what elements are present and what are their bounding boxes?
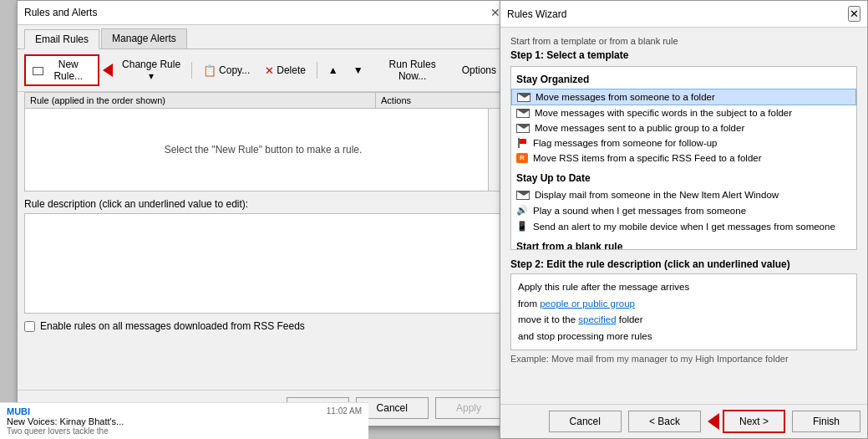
mobile-icon: 📱 — [516, 221, 528, 232]
next-button-wrapper: Next > — [708, 410, 785, 433]
wizard-close-button[interactable]: ✕ — [848, 6, 860, 22]
step2-people-link[interactable]: people or public group — [540, 299, 635, 309]
template-rss-items[interactable]: R Move RSS items from a specific RSS Fee… — [511, 151, 856, 166]
wizard-intro: Start from a template or from a blank ru… — [510, 36, 857, 46]
new-rule-button[interactable]: New Rule... — [24, 54, 99, 86]
template-label-2: Move messages sent to a public group to … — [535, 123, 744, 133]
envelope-icon — [517, 93, 530, 102]
step2-box: Apply this rule after the message arrive… — [510, 273, 857, 350]
tab-manage-alerts[interactable]: Manage Alerts — [101, 28, 187, 48]
rules-dialog-titlebar: Rules and Alerts ✕ — [18, 1, 509, 25]
template-move-specific-words[interactable]: Move messages with specific words in the… — [511, 105, 856, 120]
rule-description-label: Rule description (click an underlined va… — [18, 191, 509, 213]
template-move-from-someone[interactable]: Move messages from someone to a folder — [511, 89, 856, 105]
rules-wizard-dialog: Rules Wizard ✕ Start from a template or … — [500, 0, 868, 439]
step2-line2: from people or public group — [518, 296, 850, 313]
rules-table-header: Rule (applied in the order shown) Action… — [24, 92, 502, 108]
left-arrow-icon — [103, 64, 113, 77]
step2-from-prefix: from — [518, 299, 540, 309]
envelope-icon — [516, 124, 530, 133]
rules-toolbar: New Rule... Change Rule ▾ 📋 Copy... ✕ De… — [18, 49, 509, 92]
wizard-step1-label: Step 1: Select a template — [510, 49, 857, 61]
run-rules-now-button[interactable]: Run Rules Now... — [373, 55, 453, 85]
flag-icon — [516, 138, 528, 148]
section-stay-organized: Stay Organized — [511, 74, 856, 85]
template-label-5: Display mail from someone in the New Ite… — [535, 190, 779, 200]
template-display-mail[interactable]: Display mail from someone in the New Ite… — [511, 187, 856, 202]
delete-icon: ✕ — [265, 64, 274, 77]
rule-description-box — [24, 213, 502, 314]
template-label-1: Move messages with specific words in the… — [535, 108, 792, 118]
rules-table-body[interactable]: Select the "New Rule" button to make a r… — [24, 108, 502, 191]
step2-move-prefix: move it to the — [518, 314, 578, 324]
section-blank-rule: Start from a blank rule — [511, 241, 856, 250]
delete-label: Delete — [277, 64, 306, 76]
rss-icon: R — [516, 153, 528, 163]
rss-checkbox-label: Enable rules on all messages downloaded … — [40, 320, 305, 332]
template-list[interactable]: Stay Organized Move messages from someon… — [510, 66, 857, 250]
template-label-4: Move RSS items from a specific RSS Feed … — [533, 153, 762, 163]
copy-label: Copy... — [219, 64, 250, 76]
wizard-footer: Cancel < Back Next > Finish — [500, 404, 867, 438]
email-subject: New Voices: Kirnay Bhatt's... — [7, 416, 362, 426]
wizard-back-button[interactable]: < Back — [628, 411, 701, 432]
wizard-finish-button[interactable]: Finish — [792, 411, 860, 432]
new-rule-arrow-indicator — [103, 64, 113, 77]
step2-folder-suffix: folder — [617, 314, 643, 324]
copy-icon: 📋 — [203, 64, 216, 77]
template-send-alert-mobile[interactable]: 📱 Send an alert to my mobile device when… — [511, 218, 856, 234]
speaker-icon: 🔊 — [516, 205, 528, 216]
new-rule-label: New Rule... — [46, 59, 91, 82]
rules-empty-message: Select the "New Rule" button to make a r… — [165, 144, 363, 156]
envelope-icon — [33, 67, 43, 75]
template-label-7: Send an alert to my mobile device when I… — [533, 222, 835, 232]
wizard-content: Start from a template or from a blank ru… — [500, 28, 867, 398]
step2-line1: Apply this rule after the message arrive… — [518, 279, 850, 296]
section-stay-up-to-date: Stay Up to Date — [511, 172, 856, 184]
apply-button[interactable]: Apply — [435, 397, 502, 419]
step2-specified-link[interactable]: specified — [578, 314, 616, 324]
options-label: Options — [462, 64, 496, 76]
step2-label: Step 2: Edit the rule description (click… — [510, 258, 857, 270]
template-label-3: Flag messages from someone for follow-up — [533, 138, 718, 148]
move-down-button[interactable]: ▼ — [348, 61, 369, 79]
change-rule-label: Change Rule ▾ — [122, 59, 180, 82]
rss-checkbox[interactable] — [24, 321, 35, 332]
email-time: 11:02 AM — [327, 406, 362, 416]
next-left-arrow-icon — [708, 413, 719, 430]
template-flag-from-someone[interactable]: Flag messages from someone for follow-up — [511, 135, 856, 151]
template-move-public-group[interactable]: Move messages sent to a public group to … — [511, 120, 856, 135]
rss-checkbox-row: Enable rules on all messages downloaded … — [18, 314, 509, 339]
toolbar-separator-2 — [317, 62, 317, 79]
wizard-next-button[interactable]: Next > — [723, 410, 785, 433]
move-down-icon: ▼ — [353, 64, 363, 76]
background-email-area: MUBI 11:02 AM New Voices: Kirnay Bhatt's… — [0, 402, 368, 439]
copy-button[interactable]: 📋 Copy... — [197, 61, 256, 80]
email-body: Two queer lovers tackle the — [7, 426, 362, 436]
col-actions-header: Actions — [376, 93, 501, 108]
run-rules-label: Run Rules Now... — [378, 59, 447, 82]
tab-email-rules[interactable]: Email Rules — [24, 29, 99, 49]
wizard-step2: Step 2: Edit the rule description (click… — [510, 258, 857, 364]
step2-line4: and stop processing more rules — [518, 329, 850, 345]
template-label-6: Play a sound when I get messages from so… — [533, 206, 746, 216]
delete-button[interactable]: ✕ Delete — [259, 61, 312, 80]
step2-line3: move it to the specified folder — [518, 312, 850, 329]
email-sender: MUBI — [7, 406, 30, 416]
change-rule-button[interactable]: Change Rule ▾ — [116, 55, 186, 85]
rules-dialog-title: Rules and Alerts — [24, 7, 97, 18]
email-preview: MUBI 11:02 AM New Voices: Kirnay Bhatt's… — [7, 406, 362, 436]
toolbar-separator-1 — [191, 62, 192, 79]
template-play-sound[interactable]: 🔊 Play a sound when I get messages from … — [511, 202, 856, 218]
move-up-button[interactable]: ▲ — [322, 61, 344, 79]
wizard-title: Rules Wizard — [507, 8, 566, 20]
rules-tabs: Email Rules Manage Alerts — [18, 25, 509, 49]
wizard-cancel-button[interactable]: Cancel — [549, 411, 622, 432]
options-button[interactable]: Options — [456, 61, 502, 79]
col-rule-header: Rule (applied in the order shown) — [25, 93, 376, 108]
template-label-0: Move messages from someone to a folder — [536, 92, 715, 102]
step2-example: Example: Move mail from my manager to my… — [510, 354, 857, 364]
envelope-icon — [516, 109, 530, 118]
rules-and-alerts-dialog: Rules and Alerts ✕ Email Rules Manage Al… — [17, 0, 510, 426]
move-up-icon: ▲ — [328, 64, 338, 76]
